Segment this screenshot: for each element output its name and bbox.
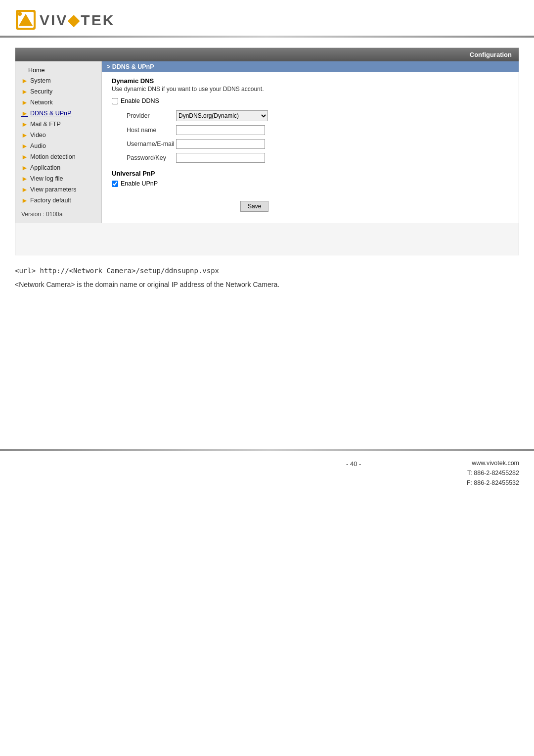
main-area: Configuration Home ► System ► Security ► (0, 38, 534, 301)
sidebar-item-view-parameters[interactable]: ► View parameters (15, 184, 101, 195)
arrow-icon-log: ► (21, 175, 28, 183)
logo-text: VIV◆TEK (40, 11, 115, 29)
sidebar-item-factory-default[interactable]: ► Factory default (15, 195, 101, 206)
provider-label: Provider (112, 112, 176, 119)
footer-phone: T: 886-2-82455282 (467, 468, 519, 478)
sidebar-item-video[interactable]: ► Video (15, 130, 101, 141)
enable-upnp-label: Enable UPnP (121, 180, 158, 187)
host-name-row: Host name (112, 125, 509, 135)
sidebar-item-home[interactable]: Home (15, 65, 101, 75)
username-input[interactable] (176, 139, 265, 149)
sidebar-label-params: View parameters (30, 186, 77, 193)
arrow-icon-audio: ► (21, 142, 28, 150)
sidebar-label-motion: Motion detection (30, 153, 76, 160)
enable-upnp-checkbox[interactable] (112, 181, 118, 187)
dynamic-dns-heading: Dynamic DNS (112, 77, 509, 85)
sidebar-label-ddns: DDNS & UPnP (30, 110, 71, 117)
arrow-icon-motion: ► (21, 153, 28, 161)
arrow-icon-params: ► (21, 186, 28, 193)
host-name-label: Host name (112, 127, 176, 134)
url-block: <url> http://<Network Camera>/setup/ddns… (15, 265, 519, 291)
sidebar-item-security[interactable]: ► Security (15, 86, 101, 97)
footer: - 40 - www.vivotek.com T: 886-2-82455282… (0, 451, 534, 495)
arrow-icon-application: ► (21, 164, 28, 172)
url-line1: <url> http://<Network Camera>/setup/ddns… (15, 265, 519, 277)
footer-fax: F: 886-2-82455532 (467, 478, 519, 488)
upnp-section: Universal PnP Enable UPnP (112, 170, 509, 187)
sidebar-item-network[interactable]: ► Network (15, 97, 101, 108)
sidebar-item-mail-ftp[interactable]: ► Mail & FTP (15, 119, 101, 130)
sidebar-item-system[interactable]: ► System (15, 75, 101, 86)
sidebar-item-view-log-file[interactable]: ► View log file (15, 173, 101, 184)
sidebar-label-network: Network (30, 99, 53, 106)
save-button-row: Save (176, 194, 509, 212)
sidebar-version: Version : 0100a (15, 206, 101, 219)
sidebar: Home ► System ► Security ► Network ► DDN… (15, 61, 102, 223)
sidebar-label-security: Security (30, 88, 52, 95)
sidebar-label-factory: Factory default (30, 197, 71, 204)
enable-upnp-row: Enable UPnP (112, 180, 509, 187)
password-label: Password/Key (112, 154, 176, 161)
svg-point-3 (18, 12, 22, 16)
sidebar-home-label: Home (28, 67, 44, 74)
sidebar-item-motion-detection[interactable]: ► Motion detection (15, 151, 101, 162)
arrow-icon-ddns: ► (21, 109, 28, 117)
url-line2: <Network Camera> is the domain name or o… (15, 279, 519, 291)
sidebar-label-system: System (30, 77, 51, 84)
enable-ddns-checkbox[interactable] (112, 98, 118, 104)
upnp-heading: Universal PnP (112, 170, 509, 177)
content-body: Dynamic DNS Use dynamic DNS if you want … (102, 72, 519, 217)
arrow-icon-network: ► (21, 98, 28, 106)
sidebar-label-application: Application (30, 164, 60, 171)
arrow-icon-mail: ► (21, 120, 28, 128)
header: VIV◆TEK (0, 0, 534, 36)
config-header: Configuration (15, 48, 519, 61)
main-content: > DDNS & UPnP Dynamic DNS Use dynamic DN… (102, 61, 519, 223)
footer-contact: www.vivotek.com T: 886-2-82455282 F: 886… (467, 458, 519, 488)
host-name-input[interactable] (176, 125, 265, 135)
sidebar-label-log: View log file (30, 175, 63, 182)
section-title: > DDNS & UPnP (107, 63, 154, 70)
logo: VIV◆TEK (15, 9, 519, 31)
footer-page-number: - 40 - (241, 458, 467, 468)
content-row: Home ► System ► Security ► Network ► DDN… (15, 61, 519, 223)
config-panel: Configuration Home ► System ► Security ► (15, 47, 519, 255)
save-button[interactable]: Save (240, 201, 268, 212)
enable-ddns-row: Enable DDNS (112, 97, 509, 104)
sidebar-item-application[interactable]: ► Application (15, 162, 101, 173)
password-row: Password/Key (112, 153, 509, 163)
arrow-icon-security: ► (21, 88, 28, 95)
sidebar-label-mail: Mail & FTP (30, 121, 61, 128)
arrow-icon-system: ► (21, 77, 28, 85)
provider-select[interactable]: DynDNS.org(Dynamic) DynDNS.org(Custom) T… (176, 110, 268, 121)
password-input[interactable] (176, 153, 265, 163)
arrow-icon-factory: ► (21, 196, 28, 204)
sidebar-item-audio[interactable]: ► Audio (15, 141, 101, 151)
config-header-label: Configuration (470, 51, 512, 58)
vivotek-logo-icon (15, 9, 37, 31)
arrow-icon-video: ► (21, 131, 28, 139)
section-title-bar: > DDNS & UPnP (102, 61, 519, 72)
footer-website: www.vivotek.com (467, 458, 519, 468)
username-row: Username/E-mail (112, 139, 509, 149)
provider-row: Provider DynDNS.org(Dynamic) DynDNS.org(… (112, 110, 509, 121)
username-label: Username/E-mail (112, 141, 176, 147)
sidebar-label-audio: Audio (30, 142, 46, 149)
enable-ddns-label: Enable DDNS (121, 97, 159, 104)
sidebar-label-video: Video (30, 132, 46, 139)
sidebar-item-ddns-upnp[interactable]: ► DDNS & UPnP (15, 108, 101, 119)
dynamic-dns-desc: Use dynamic DNS if you want to use your … (112, 86, 509, 93)
